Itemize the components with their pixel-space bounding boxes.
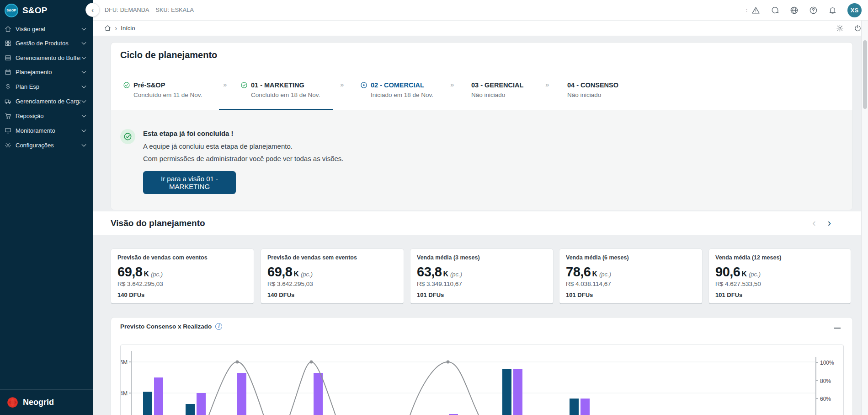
home-icon bbox=[5, 26, 11, 32]
step-pre-sop[interactable]: Pré-S&OP Concluído em 11 de Nov. bbox=[123, 71, 202, 110]
sidebar-item-label: Gerenciamento do Buffer bbox=[16, 54, 80, 61]
gear-icon bbox=[5, 142, 11, 149]
alert-triangle-icon[interactable] bbox=[751, 6, 760, 15]
kpi-currency: R$ 4.627.533,50 bbox=[715, 280, 844, 287]
kpi-currency: R$ 4.038.114,67 bbox=[566, 280, 696, 287]
chevron-down-icon bbox=[80, 26, 87, 32]
svg-text:100%: 100% bbox=[820, 360, 834, 366]
kpi-card-venda-media-6m: Venda média (6 meses) 78,6K(pc.) R$ 4.03… bbox=[559, 248, 703, 304]
topbar: DFU: DEMANDA SKU: ESKALA : XS bbox=[93, 0, 868, 21]
step-title: 04 - CONSENSO bbox=[567, 81, 618, 89]
chevron-down-icon bbox=[80, 142, 87, 149]
sidebar-item-label: Gestão de Produtos bbox=[16, 40, 80, 47]
step-subtitle: Não iniciado bbox=[471, 92, 523, 98]
step-01-marketing[interactable]: 01 - MARKETING Concluído em 18 de Nov. bbox=[240, 71, 320, 110]
page-actions bbox=[836, 24, 862, 32]
carousel-next-icon[interactable]: › bbox=[828, 217, 831, 229]
info-icon[interactable]: i bbox=[215, 323, 222, 330]
vertical-scrollbar[interactable] bbox=[861, 0, 868, 415]
kpi-title: Venda média (3 meses) bbox=[417, 254, 547, 261]
kpi-currency: R$ 3.642.295,03 bbox=[267, 280, 397, 287]
step-separator-icon: » bbox=[545, 81, 548, 88]
sidebar-item-gerenciamento-cargas[interactable]: Gerenciamento de Cargas bbox=[0, 94, 93, 108]
step-02-comercial[interactable]: 02 - COMERCIAL Iniciado em 18 de Nov. bbox=[360, 71, 433, 110]
step-separator-icon: » bbox=[340, 81, 343, 88]
step-subtitle: Não iniciado bbox=[567, 92, 618, 98]
kpi-dfus: 140 DFUs bbox=[267, 291, 397, 298]
step-04-consenso[interactable]: 04 - CONSENSO Não iniciado bbox=[567, 71, 618, 110]
sidebar-item-label: Planejamento bbox=[16, 69, 80, 75]
step-title: Pré-S&OP bbox=[133, 81, 165, 89]
sidebar-item-plan-esp[interactable]: Plan Esp bbox=[0, 80, 93, 93]
monitor-icon bbox=[5, 127, 11, 134]
chevron-down-icon bbox=[80, 40, 87, 47]
chevron-down-icon bbox=[80, 54, 87, 61]
sidebar-item-gerenciamento-buffer[interactable]: Gerenciamento do Buffer bbox=[0, 51, 93, 65]
globe-icon[interactable] bbox=[790, 6, 799, 15]
chevron-down-icon bbox=[80, 127, 87, 134]
kpi-card-previsao-com-eventos: Previsão de vendas com eventos 69,8K(pc.… bbox=[111, 248, 254, 304]
svg-text:4M: 4M bbox=[121, 390, 128, 397]
notice-line: A equipe já concluiu esta etapa de plane… bbox=[143, 142, 293, 150]
step-completed-notice: Esta etapa já foi concluída ! A equipe j… bbox=[111, 110, 852, 210]
breadcrumb-bar: › Início bbox=[93, 21, 868, 36]
kpi-dfus: 101 DFUs bbox=[566, 291, 696, 298]
step-separator-icon: » bbox=[223, 81, 226, 88]
kpi-title: Venda média (12 meses) bbox=[715, 254, 844, 261]
go-to-marketing-view-button[interactable]: Ir para a visão 01 - MARKETING bbox=[143, 171, 236, 194]
avatar[interactable]: XS bbox=[847, 3, 862, 17]
sidebar-collapse-button[interactable]: ‹ bbox=[85, 3, 100, 17]
check-circle-icon bbox=[123, 132, 132, 141]
step-subtitle: Concluído em 11 de Nov. bbox=[133, 92, 202, 98]
kpi-dfus: 101 DFUs bbox=[715, 291, 844, 298]
step-03-gerencial[interactable]: 03 - GERENCIAL Não iniciado bbox=[471, 71, 523, 110]
home-icon[interactable] bbox=[104, 25, 111, 32]
step-separator-icon: » bbox=[450, 81, 453, 88]
bell-icon[interactable] bbox=[828, 6, 837, 15]
carousel-controls: ‹ › bbox=[812, 217, 831, 229]
kpi-currency: R$ 3.642.295,03 bbox=[117, 280, 247, 287]
sidebar-item-monitoramento[interactable]: Monitoramento bbox=[0, 124, 93, 137]
power-icon[interactable] bbox=[854, 24, 862, 32]
section-title: Ciclo de planejamento bbox=[120, 50, 217, 60]
chevron-down-icon bbox=[80, 83, 87, 90]
kpi-title: Venda média (6 meses) bbox=[566, 254, 696, 261]
context-sku: SKU: ESKALA bbox=[156, 7, 194, 13]
sidebar-item-configuracoes[interactable]: Configurações bbox=[0, 138, 93, 152]
minimize-icon[interactable] bbox=[834, 328, 841, 329]
chart-plot-area: 6M4M100%80%60% bbox=[120, 345, 844, 415]
check-circle-icon bbox=[123, 81, 130, 89]
overflow-text: : bbox=[746, 7, 747, 13]
sidebar-item-reposicao[interactable]: Reposição bbox=[0, 109, 93, 123]
planning-cycle-card: Ciclo de planejamento Pré-S&OP Concluído… bbox=[111, 42, 853, 210]
svg-text:80%: 80% bbox=[820, 378, 831, 384]
step-title: 02 - COMERCIAL bbox=[371, 81, 424, 89]
sidebar-item-label: Reposição bbox=[16, 113, 80, 119]
sidebar-item-visao-geral[interactable]: Visão geral bbox=[0, 22, 93, 36]
chevron-down-icon bbox=[80, 69, 87, 75]
carousel-prev-icon[interactable]: ‹ bbox=[812, 217, 815, 229]
sidebar-footer: Neogrid bbox=[0, 389, 93, 415]
truck-icon bbox=[5, 98, 11, 105]
sidebar-item-label: Configurações bbox=[16, 142, 80, 149]
chat-icon[interactable] bbox=[771, 6, 779, 15]
sidebar-item-gestao-produtos[interactable]: Gestão de Produtos bbox=[0, 36, 93, 50]
scrollbar-thumb[interactable] bbox=[863, 40, 867, 109]
sidebar: S&OP S&OP Visão geral Gestão de Produtos… bbox=[0, 0, 93, 415]
notice-title: Esta etapa já foi concluída ! bbox=[143, 129, 234, 137]
kpi-value: 63,8K(pc.) bbox=[417, 264, 547, 280]
kpi-title: Previsão de vendas sem eventos bbox=[267, 254, 397, 261]
sidebar-item-planejamento[interactable]: Planejamento bbox=[0, 65, 93, 79]
calendar-icon bbox=[5, 69, 11, 75]
sidebar-item-label: Visão geral bbox=[16, 26, 80, 32]
gear-icon[interactable] bbox=[836, 24, 844, 32]
kpi-currency: R$ 3.349.110,67 bbox=[417, 280, 547, 287]
help-icon[interactable] bbox=[809, 6, 818, 15]
sidebar-item-label: Monitoramento bbox=[16, 127, 80, 134]
kpi-dfus: 101 DFUs bbox=[417, 291, 547, 298]
kpi-card-venda-media-3m: Venda média (3 meses) 63,8K(pc.) R$ 3.34… bbox=[410, 248, 554, 304]
section-title: Visão do planejamento bbox=[111, 218, 205, 228]
kpi-card-previsao-sem-eventos: Previsão de vendas sem eventos 69,8K(pc.… bbox=[261, 248, 404, 304]
chart-title: Previsto Consenso x Realizado bbox=[120, 323, 212, 330]
chevron-down-icon bbox=[80, 113, 87, 119]
